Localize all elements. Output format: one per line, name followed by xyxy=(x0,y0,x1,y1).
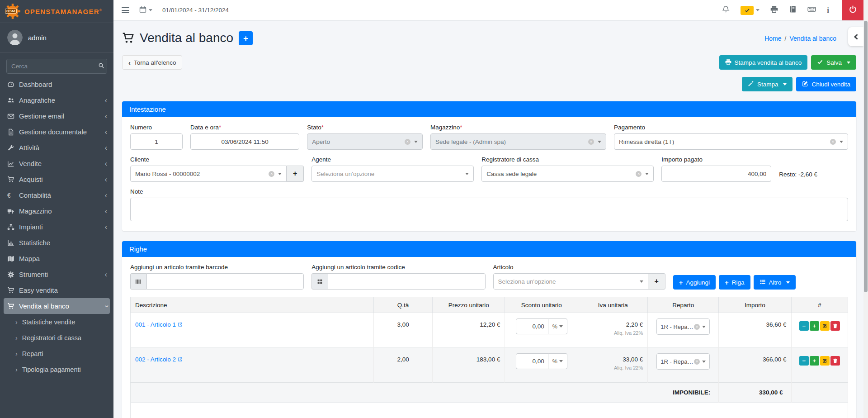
panel-collapse-toggle[interactable] xyxy=(848,27,863,46)
sidebar-subitem-tipologia-pagamenti[interactable]: ›Tipologia pagamenti xyxy=(0,361,113,377)
sidebar-subitem-registratori-di-cassa[interactable]: ›Registratori di cassa xyxy=(0,330,113,346)
breadcrumb-home-link[interactable]: Home xyxy=(764,35,781,42)
pagamento-select[interactable]: Rimessa diretta (1T) × xyxy=(614,133,848,150)
sconto-input[interactable] xyxy=(516,353,548,369)
pencil-icon xyxy=(822,323,827,328)
registratore-select[interactable]: Cassa sede legale × xyxy=(481,166,654,182)
clear-selection-icon[interactable]: × xyxy=(269,171,274,177)
print-icon[interactable] xyxy=(770,5,778,15)
back-to-list-button[interactable]: ‹ Torna all'elenco xyxy=(122,55,182,70)
truck-icon xyxy=(7,208,19,215)
clear-selection-icon[interactable]: × xyxy=(588,139,594,145)
delete-row-button[interactable] xyxy=(830,356,840,366)
chevron-down-icon xyxy=(702,326,706,328)
search-icon xyxy=(98,62,104,70)
sidebar-item-impianti[interactable]: Impianti‹ xyxy=(0,219,113,235)
sidebar-item-vendite[interactable]: Vendite‹ xyxy=(0,156,113,171)
clear-selection-icon[interactable]: × xyxy=(694,359,700,365)
print-sale-button[interactable]: Stampa vendita al banco xyxy=(719,55,808,70)
add-articolo-button[interactable]: + xyxy=(648,273,665,290)
sconto-type-select[interactable]: % xyxy=(548,353,567,369)
chevron-down-icon: ‹ xyxy=(102,305,109,307)
delete-row-button[interactable] xyxy=(830,321,840,331)
codice-input[interactable] xyxy=(328,273,485,290)
edit-square-icon xyxy=(802,81,808,88)
sidebar-item-vendita-al-banco[interactable]: Vendita al banco‹ xyxy=(4,298,110,314)
edit-row-button[interactable] xyxy=(820,321,830,331)
sidebar-item-gestione-email[interactable]: Gestione email‹ xyxy=(0,108,113,124)
sidebar-item-magazzino[interactable]: Magazzino‹ xyxy=(0,203,113,219)
increase-qty-button[interactable]: + xyxy=(810,321,819,331)
hamburger-menu-icon[interactable] xyxy=(122,7,129,13)
reparto-select[interactable]: 1R - Reparto 1... × xyxy=(656,353,710,370)
altro-button[interactable]: Altro xyxy=(754,275,796,290)
data-ora-input[interactable] xyxy=(190,133,299,150)
page-scrollbar[interactable] xyxy=(863,0,868,418)
aggiungi-button[interactable]: +Aggiungi xyxy=(673,275,716,290)
row-actions: − + xyxy=(799,321,840,331)
sidebar-item-anagrafiche[interactable]: Anagrafiche‹ xyxy=(0,92,113,108)
keyboard-shortcuts-icon[interactable] xyxy=(807,5,816,15)
sidebar-item-contabilita[interactable]: € Contabilità‹ xyxy=(0,187,113,203)
search-button[interactable] xyxy=(96,59,107,73)
clear-selection-icon[interactable]: × xyxy=(405,139,410,145)
sidebar-item-strumenti[interactable]: Strumenti‹ xyxy=(0,266,113,282)
agente-select[interactable]: Seleziona un'opzione xyxy=(311,166,474,182)
sidebar-item-gestione-documentale[interactable]: Gestione documentale‹ xyxy=(0,124,113,140)
reparto-select[interactable]: 1R - Reparto 1... × xyxy=(656,318,710,335)
articolo-select[interactable]: Seleziona un'opzione xyxy=(493,273,648,290)
breadcrumb-current-link[interactable]: Vendita al banco xyxy=(789,35,836,42)
docs-book-icon[interactable] xyxy=(789,5,797,15)
cart-icon xyxy=(7,176,19,183)
info-icon[interactable]: i xyxy=(827,6,829,15)
clear-selection-icon[interactable]: × xyxy=(830,139,836,145)
tasks-status-dropdown[interactable] xyxy=(741,6,760,15)
note-textarea[interactable] xyxy=(130,198,848,221)
notifications-bell-icon[interactable] xyxy=(722,5,730,15)
username[interactable]: admin xyxy=(28,34,47,42)
decrease-qty-button[interactable]: − xyxy=(799,356,809,366)
clear-selection-icon[interactable]: × xyxy=(636,171,642,177)
sconto-input[interactable] xyxy=(516,318,548,334)
search-input[interactable] xyxy=(7,59,96,73)
magazzino-select[interactable]: Sede legale - (Admin spa) × xyxy=(430,133,606,150)
cliente-select[interactable]: Mario Rossi - 00000002 × xyxy=(130,166,287,182)
top-navbar: 01/01/2024 - 31/12/2024 i xyxy=(113,0,863,21)
imponibile-label: IMPONIBILE: xyxy=(131,383,719,403)
brand-logo[interactable]: OSM OpenSTAManager® xyxy=(0,0,113,23)
save-button[interactable]: Salva xyxy=(811,55,856,70)
sidebar-subitem-reparti[interactable]: ›Reparti xyxy=(0,346,113,361)
sidebar-subitem-statistiche-vendite[interactable]: ›Statistiche vendite xyxy=(0,314,113,330)
external-link-icon xyxy=(178,357,183,362)
sidebar-item-dashboard[interactable]: Dashboard xyxy=(0,76,113,92)
add-cliente-button[interactable]: + xyxy=(287,166,304,182)
date-range[interactable]: 01/01/2024 - 31/12/2024 xyxy=(162,7,229,14)
stato-select[interactable]: Aperto × xyxy=(307,133,423,150)
calendar-picker[interactable] xyxy=(139,6,152,15)
increase-qty-button[interactable]: + xyxy=(810,356,819,366)
sidebar-item-statistiche[interactable]: Statistiche xyxy=(0,235,113,251)
articolo-link[interactable]: 002 - Articolo 2 xyxy=(135,356,183,363)
sidebar-item-easy-vendita[interactable]: Easy vendita xyxy=(0,282,113,298)
sidebar-item-mappa[interactable]: Mappa xyxy=(0,251,113,266)
barcode-input[interactable] xyxy=(146,273,304,290)
numero-input[interactable] xyxy=(130,133,183,150)
logout-power-button[interactable] xyxy=(842,0,863,20)
dashboard-icon xyxy=(7,81,19,88)
edit-row-button[interactable] xyxy=(820,356,830,366)
print-dropdown-button[interactable]: Stampa xyxy=(742,77,793,91)
col-actions: # xyxy=(791,297,848,313)
riga-button[interactable]: +Riga xyxy=(719,275,750,290)
scrollbar-thumb[interactable] xyxy=(864,21,868,292)
sidebar-item-acquisti[interactable]: Acquisti‹ xyxy=(0,171,113,187)
sidebar-item-attivita[interactable]: Attività‹ xyxy=(0,140,113,156)
brand-name: OpenSTAManager® xyxy=(24,8,102,15)
close-sale-button[interactable]: Chiudi vendita xyxy=(796,77,856,91)
decrease-qty-button[interactable]: − xyxy=(799,321,809,331)
importo-pagato-input[interactable] xyxy=(661,166,771,182)
clear-selection-icon[interactable]: × xyxy=(694,324,700,330)
add-record-button[interactable]: + xyxy=(239,31,253,45)
sconto-type-select[interactable]: % xyxy=(548,318,567,334)
chevron-left-icon: ‹ xyxy=(105,271,107,278)
articolo-link[interactable]: 001 - Articolo 1 xyxy=(135,321,183,328)
